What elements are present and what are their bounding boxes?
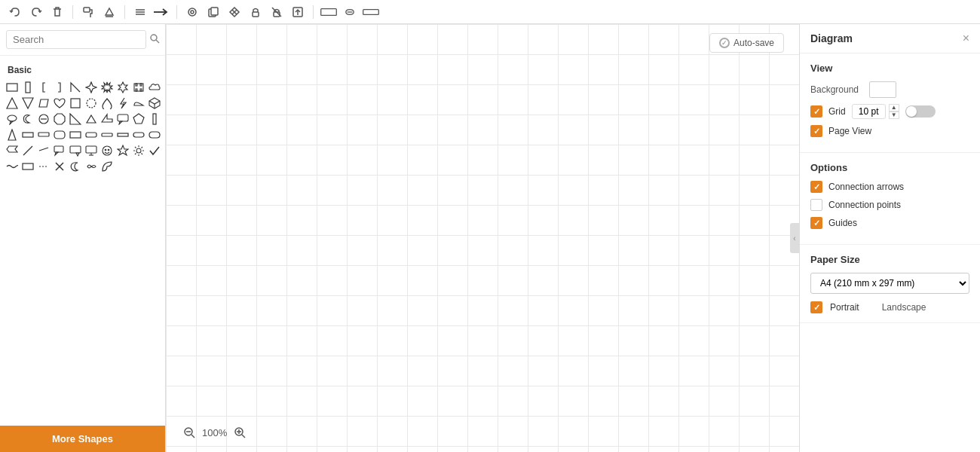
more-shapes-button[interactable]: More Shapes [0,426,165,452]
shape-check[interactable] [147,143,162,158]
shape-rect-flat[interactable] [84,127,99,142]
text-box-button[interactable] [362,3,380,21]
shape-semicircle[interactable] [131,96,146,111]
shape-bracket-left[interactable] [36,80,51,95]
clear-style-button[interactable] [225,3,243,21]
shape-circle-arc[interactable] [100,159,115,174]
grid-decrement-button[interactable]: ▼ [889,111,899,119]
shape-pill[interactable] [131,127,146,142]
svg-line-80 [142,154,143,155]
shape-rounded-rect[interactable] [52,127,67,142]
shape-box-button[interactable] [320,3,338,21]
shape-crescent[interactable] [20,111,35,127]
shape-line-diag[interactable] [20,143,35,158]
export-button[interactable] [289,3,307,21]
shape-bracket-right[interactable] [52,80,67,95]
diagram-close-button[interactable]: × [963,32,969,45]
shape-rect-frame[interactable] [20,159,35,174]
shape-wave[interactable] [5,159,20,174]
shape-rect-wide2[interactable] [68,127,83,142]
shape-rectangle[interactable] [5,80,20,95]
grid-checkbox[interactable]: ✓ [810,105,822,118]
shape-no-entry[interactable] [36,111,51,127]
page-view-checkbox[interactable]: ✓ [810,125,822,137]
shape-smiley[interactable] [100,143,115,158]
shape-octagon[interactable] [52,111,67,127]
shape-stadium[interactable] [147,127,162,142]
shape-cloud[interactable] [147,80,162,95]
shape-filmstrip[interactable] [131,80,146,95]
shape-circle-dashed[interactable] [84,96,99,111]
shape-flowshape[interactable] [5,143,20,158]
delete-button[interactable] [48,3,66,21]
shape-triangle-down[interactable] [20,96,35,111]
shape-corner[interactable] [68,80,83,95]
redo-button[interactable] [27,3,45,21]
shape-cube[interactable] [147,96,162,111]
lock1-button[interactable] [247,3,265,21]
shape-sun[interactable] [131,143,146,158]
shape-starburst[interactable] [100,80,115,95]
connection-arrows-checkbox[interactable]: ✓ [810,181,822,193]
shape-right-triangle[interactable] [68,111,83,127]
guides-row: ✓ Guides [810,217,969,229]
zoom-level-label: 100% [202,427,227,438]
search-button[interactable] [149,33,160,46]
background-color-swatch[interactable] [869,81,896,98]
shape-star5[interactable] [115,143,130,158]
copy-style-button[interactable] [204,3,222,21]
svg-marker-49 [119,121,122,124]
shape-pac-arc[interactable] [84,159,99,174]
shape-arrow-triangle[interactable] [100,111,115,127]
shape-moon[interactable] [68,159,83,174]
grid-increment-button[interactable]: ▲ [889,104,899,111]
shape-speech-bubble[interactable] [115,111,130,127]
shape-x[interactable] [52,159,67,174]
connection-points-checkbox[interactable] [810,199,822,211]
grid-toggle[interactable] [905,105,936,118]
guides-checkbox[interactable]: ✓ [810,217,822,229]
svg-marker-52 [8,130,16,140]
shape-drop[interactable] [100,96,115,111]
lock2-button[interactable] [268,3,286,21]
shape-pentagon[interactable] [131,111,146,127]
fill-button[interactable] [100,3,118,21]
svg-point-71 [105,149,106,151]
shape-star4[interactable] [84,80,99,95]
grid-pt-input[interactable] [852,104,886,119]
shape-callout2[interactable] [68,143,83,158]
undo-button[interactable] [6,3,24,21]
portrait-checkbox[interactable]: ✓ [810,301,822,313]
format-painter-button[interactable] [79,3,97,21]
shape-triangle[interactable] [5,96,20,111]
shape-short-rect[interactable] [36,127,51,142]
shape-star6[interactable] [115,80,130,95]
shape-tall-narrow[interactable] [147,111,162,127]
zoom-in-button[interactable] [231,424,248,441]
shape-wide-rect[interactable] [20,127,35,142]
shape-square[interactable] [68,96,83,111]
zoom-out-button[interactable] [181,424,198,441]
shape-monitor[interactable] [84,143,99,158]
shape-callout-oval[interactable] [5,111,20,127]
shape-dash-line[interactable] [36,159,51,174]
shape-line-straight[interactable] [36,143,51,158]
collapse-handle[interactable]: ‹ [790,223,799,253]
arrow-right-button[interactable] [152,3,170,21]
canvas-area[interactable]: ✓ Auto-save 100% ‹ [166,24,799,452]
search-input[interactable] [6,30,146,49]
paper-size-select[interactable]: A4 (210 mm x 297 mm) Letter (216 mm x 27… [810,273,969,294]
shape-small-triangle[interactable] [84,111,99,127]
shape-isosceles[interactable] [5,127,20,142]
waypoint-button[interactable] [183,3,201,21]
shape-callout-rect[interactable] [52,143,67,158]
shape-tall-rect[interactable] [20,80,35,95]
lines-button[interactable] [131,3,149,21]
shape-lightning[interactable] [115,96,130,111]
autosave-button[interactable]: ✓ Auto-save [709,33,784,53]
shape-rect-wide3[interactable] [115,127,130,142]
shape-parallelogram[interactable] [36,96,51,111]
shape-rect-narrow[interactable] [100,127,115,142]
link-button[interactable] [341,3,359,21]
shape-heart[interactable] [52,96,67,111]
